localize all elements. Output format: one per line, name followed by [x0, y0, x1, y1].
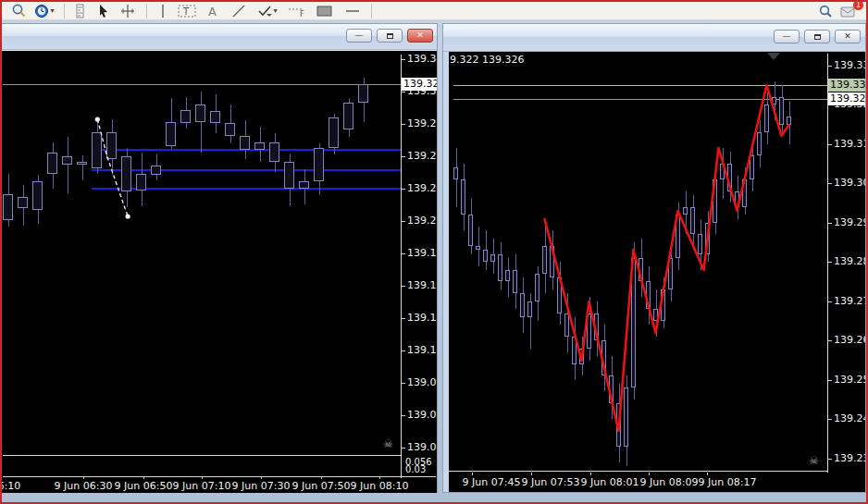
svg-text:A: A	[208, 5, 217, 18]
price-tick-label: 139.170	[407, 279, 437, 291]
price-tick-mark	[402, 415, 405, 416]
time-axis-label: 9 Jun 06:50	[115, 480, 173, 492]
indicator-skull-icon: ☠	[383, 437, 393, 450]
price-tick-mark	[402, 221, 405, 222]
indicator-scale-min: 0.03	[405, 465, 426, 474]
cursor-tool-button[interactable]	[92, 3, 114, 19]
time-tick-mark	[590, 473, 591, 475]
chart-overlay	[3, 55, 402, 455]
mailbox-icon[interactable]: 1	[837, 3, 859, 19]
price-tick-label: 139.335	[834, 59, 865, 71]
chart-window-right: — ✕ 9.322 139.326 ☠ 139.335139.325139.31…	[442, 23, 866, 493]
left-chart-area[interactable]: 0.056 0.03 ☠ 139.345139.320139.295139.27…	[2, 50, 437, 493]
maximize-button[interactable]	[377, 29, 403, 43]
close-button[interactable]: ✕	[835, 30, 861, 43]
price-tick-mark	[402, 189, 405, 190]
price-tick-label: 139.270	[407, 150, 437, 162]
time-axis-label: 9 Jun 08:17	[699, 476, 757, 488]
workspace: — ✕ 0.056 0.03 ☠ 139.345139.320139.29513…	[2, 20, 866, 502]
price-tick-label: 139.245	[407, 182, 437, 194]
price-tick-mark	[402, 59, 405, 60]
vertical-line-tool-button[interactable]	[152, 3, 174, 19]
price-tick-label: 139.235	[834, 452, 865, 464]
time-tick-mark	[531, 473, 532, 475]
horizontal-line-tool-button[interactable]	[339, 3, 366, 19]
price-tick-mark	[828, 66, 832, 67]
right-chart-plot[interactable]	[449, 54, 827, 471]
price-tick-mark	[402, 383, 405, 384]
trendline-tool-button[interactable]	[226, 3, 252, 19]
crosshair-tool-button[interactable]	[114, 3, 142, 19]
indicator-pane-bottom	[3, 476, 436, 477]
toolbar-separator	[371, 4, 372, 18]
price-tick-label: 139.295	[407, 117, 437, 129]
time-axis-label: 9 Jun 07:50	[292, 480, 351, 492]
price-tick-mark	[828, 340, 832, 341]
time-tick-mark	[202, 476, 203, 479]
time-tick-mark	[83, 476, 84, 479]
search-icon[interactable]	[814, 3, 837, 19]
text-tool-button[interactable]: A	[200, 3, 226, 19]
chevron-down-icon: ▾	[50, 6, 54, 15]
toolbar-separator	[64, 4, 65, 18]
toolbar: ▾ T A ▾ F	[2, 2, 866, 20]
price-tick-mark	[828, 459, 832, 460]
chart-window-left: — ✕ 0.056 0.03 ☠ 139.345139.320139.29513…	[2, 23, 438, 493]
price-tick-mark	[402, 253, 405, 254]
scale-tool-button[interactable]	[69, 3, 92, 19]
time-tick-mark	[143, 476, 144, 479]
time-tick-mark	[379, 476, 380, 479]
price-tick-label: 139.195	[407, 247, 437, 259]
price-tick-label: 139.070	[407, 409, 437, 421]
time-tick-mark	[707, 473, 708, 475]
price-tick-mark	[402, 156, 405, 157]
text-label-tool-button[interactable]: T	[174, 3, 200, 19]
rectangle-tool-button[interactable]	[311, 3, 339, 19]
price-tick-mark	[828, 419, 832, 420]
zigzag-overlay-line[interactable]	[545, 85, 789, 431]
left-chart-plot[interactable]	[3, 55, 402, 455]
dashed-trendline[interactable]	[97, 119, 128, 216]
price-tick-label: 139.275	[834, 295, 865, 307]
trendline-anchor[interactable]	[126, 214, 130, 218]
trendline-anchor[interactable]	[95, 117, 100, 121]
time-tick-mark	[321, 476, 322, 479]
price-tick-mark	[828, 262, 832, 263]
price-tick-label: 139.255	[834, 374, 865, 386]
time-axis-label: 6:10	[2, 480, 20, 492]
zoom-tool-button[interactable]	[7, 3, 30, 19]
price-tick-mark	[828, 183, 832, 184]
price-tick-label: 139.345	[407, 53, 437, 65]
price-tick-mark	[828, 144, 832, 145]
close-button[interactable]: ✕	[407, 29, 433, 43]
maximize-button[interactable]	[804, 30, 830, 43]
time-tick-mark	[472, 473, 473, 475]
right-chart-area[interactable]: 9.322 139.326 ☠ 139.335139.325139.315139…	[443, 52, 865, 492]
time-axis-label: 9 Jun 07:30	[232, 480, 291, 492]
price-tick-mark	[402, 318, 405, 319]
price-tick-label: 139.220	[407, 215, 437, 227]
period-tool-button[interactable]: ▾	[30, 3, 59, 19]
price-tick-label: 139.245	[834, 412, 865, 424]
price-tick-mark	[402, 286, 405, 287]
svg-text:F: F	[300, 10, 304, 18]
indicator-pane-separator[interactable]	[3, 455, 401, 456]
right-window-titlebar[interactable]: — ✕	[443, 24, 865, 52]
bid-price-box: 139.326	[828, 92, 865, 105]
minimize-button[interactable]: —	[346, 29, 372, 43]
svg-text:T: T	[182, 6, 190, 17]
price-tick-label: 139.265	[834, 334, 865, 346]
left-window-titlebar[interactable]: — ✕	[2, 24, 437, 50]
price-tick-mark	[828, 223, 832, 224]
time-tick-mark	[649, 473, 650, 475]
price-tick-mark	[402, 448, 405, 449]
chevron-down-icon: ▾	[273, 6, 277, 15]
price-tick-label: 139.120	[407, 344, 437, 356]
arrows-tool-button[interactable]: ▾	[252, 3, 283, 19]
minimize-button[interactable]: —	[774, 30, 800, 43]
notification-badge: 1	[853, 0, 863, 10]
time-axis-label: 9 Jun 08:10	[351, 480, 409, 492]
time-axis-label: 9 Jun 07:45	[463, 476, 521, 488]
time-tick-mark	[261, 476, 262, 479]
fibonacci-tool-button[interactable]: F	[283, 3, 311, 19]
